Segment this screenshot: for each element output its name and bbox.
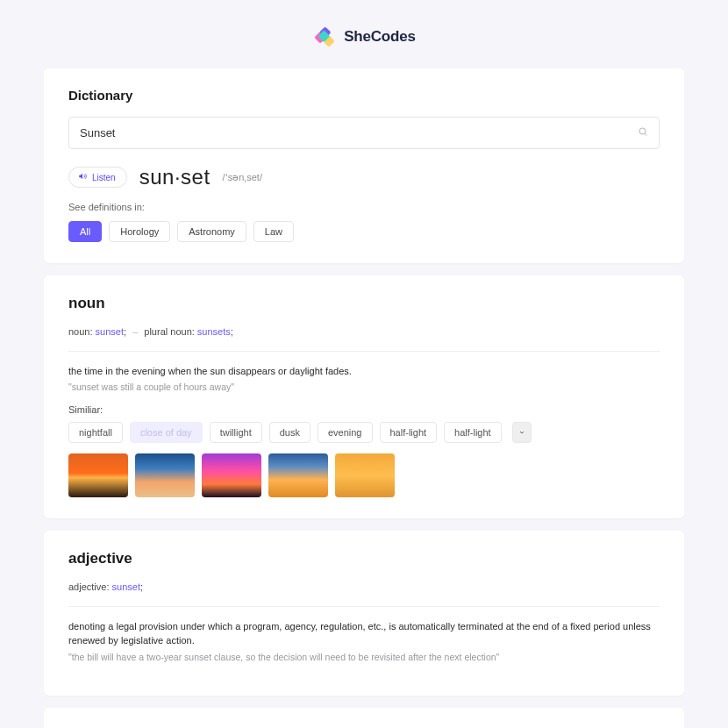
see-definitions-label: See definitions in: — [68, 202, 660, 212]
example-text: "the bill will have a two-year sunset cl… — [68, 652, 660, 662]
similar-chip[interactable]: half-light — [444, 422, 502, 443]
similar-chip[interactable]: nightfall — [68, 422, 123, 443]
word-form-link[interactable]: sunset — [96, 326, 124, 337]
image-thumbnail[interactable] — [202, 453, 261, 497]
similar-chip[interactable]: half-light — [380, 422, 438, 443]
search-input[interactable] — [80, 126, 638, 139]
word-form-link[interactable]: sunset — [112, 582, 140, 592]
definition-text: the time in the evening when the sun dis… — [68, 364, 660, 379]
brand: SheCodes — [44, 25, 684, 49]
image-thumbnails — [68, 453, 660, 497]
image-thumbnail[interactable] — [268, 453, 328, 497]
svg-line-5 — [645, 133, 646, 135]
entry-adjective: adjectiveadjective: sunset;denoting a le… — [44, 531, 684, 696]
svg-point-4 — [639, 128, 646, 134]
similar-chip[interactable]: evening — [318, 422, 373, 443]
entry-verb: verbNORTH AMERICANverb: sunset; – 3rd pe… — [44, 708, 684, 728]
similar-chip[interactable]: close of day — [130, 422, 203, 443]
headword: sun·set — [139, 165, 211, 189]
word-forms: adjective: sunset; — [68, 580, 660, 596]
pos-label: noun — [68, 295, 105, 312]
image-thumbnail[interactable] — [68, 453, 128, 497]
filter-astronomy[interactable]: Astronomy — [177, 221, 246, 242]
similar-chip[interactable]: twillight — [210, 422, 262, 443]
image-thumbnail[interactable] — [135, 453, 195, 497]
volume-icon — [78, 172, 87, 182]
search-card: Dictionary Listen sun·set /ˈsənˌset/ See… — [44, 68, 684, 263]
word-form-link[interactable]: sunsets — [197, 326, 231, 337]
example-text: "sunset was still a couple of hours away… — [68, 382, 660, 392]
page-title: Dictionary — [68, 88, 660, 103]
search-icon — [638, 126, 648, 139]
listen-label: Listen — [92, 173, 116, 182]
pronunciation: /ˈsənˌset/ — [223, 172, 262, 183]
definition-filters: AllHorologyAstronomyLaw — [68, 221, 660, 242]
brand-logo-icon — [312, 25, 337, 49]
similar-label: Similiar: — [68, 404, 660, 415]
word-forms: noun: sunset; – plural noun: sunsets; — [68, 325, 660, 340]
filter-horology[interactable]: Horology — [109, 221, 170, 242]
filter-law[interactable]: Law — [253, 221, 294, 242]
definition-text: denoting a legal provision under which a… — [68, 619, 660, 648]
svg-marker-6 — [79, 174, 82, 180]
filter-all[interactable]: All — [68, 221, 102, 242]
similar-chip[interactable]: dusk — [269, 422, 310, 443]
expand-similar-button[interactable] — [512, 422, 532, 443]
listen-button[interactable]: Listen — [68, 167, 127, 188]
pos-label: adjective — [68, 550, 132, 567]
image-thumbnail[interactable] — [335, 453, 395, 497]
brand-name: SheCodes — [344, 28, 416, 46]
entry-noun: nounnoun: sunset; – plural noun: sunsets… — [44, 275, 684, 518]
similar-words: nightfallclose of daytwillightduskevenin… — [68, 422, 660, 443]
search-field-wrap[interactable] — [68, 117, 660, 149]
